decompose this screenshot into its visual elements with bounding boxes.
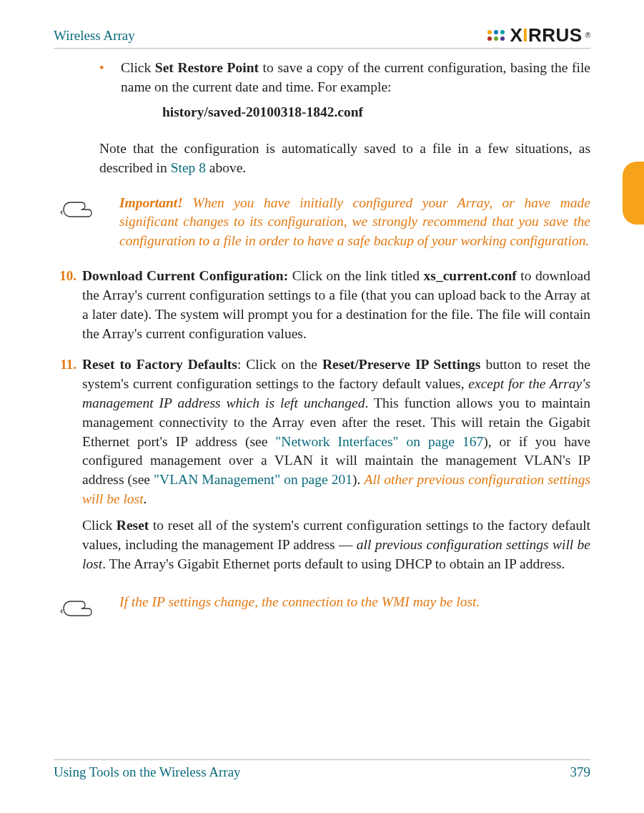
config-file-link: xs_current.conf [424, 268, 517, 283]
step-10: 10. Download Current Configuration: Clic… [54, 267, 590, 344]
page-number: 379 [570, 764, 591, 780]
text: ). [352, 472, 364, 487]
step-title: Download Current Configuration: [82, 268, 288, 283]
page-content: • Click Set Restore Point to save a copy… [54, 59, 590, 629]
logo-dots-icon [487, 30, 505, 41]
step-body: Reset to Factory Defaults: Click on the … [82, 355, 590, 574]
text: When you have initially configured your … [119, 195, 590, 249]
reset-preserve-ip-label: Reset/Preserve IP Settings [322, 357, 481, 372]
step-number: 10. [54, 267, 82, 344]
side-tab [623, 162, 644, 225]
step8-link[interactable]: Step 8 [171, 160, 206, 175]
text: Click [121, 60, 155, 75]
vlan-management-link[interactable]: "VLAN Management" on page 201 [154, 472, 352, 487]
page-footer: Using Tools on the Wireless Array 379 [54, 759, 590, 780]
hand-pointing-icon [54, 593, 119, 629]
step-11: 11. Reset to Factory Defaults: Click on … [54, 355, 590, 574]
important-callout: Important! When you have initially confi… [54, 194, 590, 252]
text: : Click on the [237, 357, 322, 372]
brand-logo: XIRRUS ® [487, 24, 590, 46]
set-restore-point-label: Set Restore Point [155, 60, 259, 75]
note-text: If the IP settings change, the connectio… [119, 593, 590, 612]
important-text: Important! When you have initially confi… [119, 194, 590, 252]
registered-icon: ® [585, 31, 590, 39]
important-label: Important! [119, 195, 183, 210]
note-text: Note that the configuration is automatic… [99, 139, 590, 178]
text: above. [206, 160, 246, 175]
text: . [144, 491, 147, 506]
text: If the IP settings change, the connectio… [119, 594, 480, 609]
text: . The Array's Gigabit Ethernet ports def… [102, 556, 565, 571]
footer-section-title: Using Tools on the Wireless Array [54, 764, 241, 780]
reset-label: Reset [117, 518, 149, 533]
bullet-text: Click Set Restore Point to save a copy o… [121, 59, 590, 132]
bullet-icon: • [99, 59, 121, 132]
step-body: Download Current Configuration: Click on… [82, 267, 590, 344]
page-header: Wireless Array XIRRUS ® [54, 24, 590, 49]
logo-text: XIRRUS [510, 24, 582, 46]
bullet-item: • Click Set Restore Point to save a copy… [99, 59, 590, 132]
text: Click [82, 518, 117, 533]
example-filename: history/saved-20100318-1842.conf [162, 103, 590, 122]
step-number: 11. [54, 355, 82, 574]
network-interfaces-link[interactable]: "Network Interfaces" on page 167 [275, 434, 483, 449]
hand-pointing-icon [54, 194, 119, 230]
note-callout: If the IP settings change, the connectio… [54, 593, 590, 629]
step-title: Reset to Factory Defaults [82, 357, 237, 372]
header-title: Wireless Array [54, 28, 135, 44]
text: Click on the link titled [288, 268, 423, 283]
